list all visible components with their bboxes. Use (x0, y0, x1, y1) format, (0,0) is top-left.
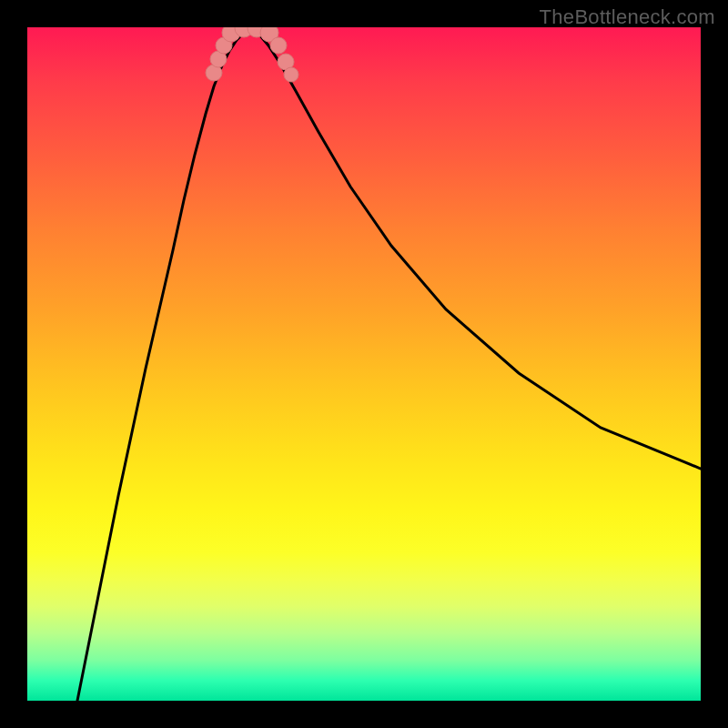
valley-marker-9 (284, 67, 298, 82)
valley-marker-7 (270, 37, 287, 54)
curve-right-curve (251, 29, 701, 469)
watermark-text: TheBottleneck.com (540, 5, 715, 29)
curve-left-curve (77, 29, 251, 701)
plot-area (27, 27, 701, 701)
curve-layer (77, 29, 701, 701)
chart-svg (27, 27, 701, 701)
outer-frame: TheBottleneck.com (0, 0, 728, 728)
marker-layer (206, 27, 298, 82)
